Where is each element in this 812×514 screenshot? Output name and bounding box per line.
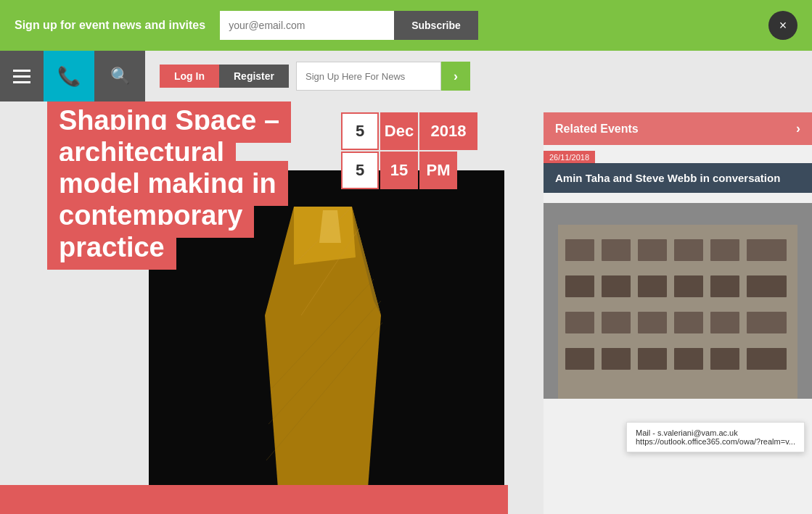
- time-period: PM: [419, 152, 457, 189]
- related-event-thumbnail: [544, 203, 812, 399]
- date-month: Dec: [380, 112, 418, 150]
- hamburger-line: [13, 70, 30, 72]
- auth-buttons: Log In Register: [160, 65, 289, 88]
- related-events-label: Related Events: [555, 123, 639, 136]
- header-nav: 📞 🔍 Log In Register ›: [0, 51, 812, 101]
- notification-bar: Sign up for event news and invites Subsc…: [0, 0, 812, 51]
- bottom-strip: [0, 485, 508, 514]
- time-hour: 5: [341, 152, 379, 189]
- svg-rect-12: [565, 239, 594, 261]
- svg-rect-15: [674, 239, 703, 261]
- svg-rect-30: [565, 348, 594, 370]
- related-event-title: Amin Taha and Steve Webb in conversation: [544, 163, 812, 193]
- date-year: 2018: [419, 112, 477, 150]
- svg-rect-16: [710, 239, 739, 261]
- related-events-header[interactable]: Related Events ›: [544, 112, 812, 145]
- svg-rect-23: [747, 275, 787, 297]
- svg-rect-25: [602, 312, 631, 333]
- svg-rect-28: [710, 312, 739, 333]
- svg-rect-14: [638, 239, 667, 261]
- svg-rect-18: [565, 275, 594, 297]
- close-button[interactable]: ×: [768, 11, 797, 40]
- date-day: 5: [341, 112, 379, 150]
- svg-rect-31: [602, 348, 631, 370]
- search-button[interactable]: 🔍: [94, 51, 145, 101]
- related-events-arrow: ›: [796, 121, 800, 136]
- svg-rect-27: [674, 312, 703, 333]
- news-arrow-button[interactable]: ›: [441, 62, 470, 91]
- svg-rect-26: [638, 312, 667, 333]
- news-signup-input[interactable]: [296, 62, 441, 91]
- svg-rect-17: [747, 239, 787, 261]
- phone-button[interactable]: 📞: [44, 51, 94, 101]
- building-thumbnail-svg: [544, 203, 812, 399]
- svg-rect-35: [747, 348, 787, 370]
- event-title: Shaping Space – architectural model maki…: [47, 98, 291, 270]
- svg-rect-22: [710, 275, 739, 297]
- register-button[interactable]: Register: [219, 65, 289, 88]
- search-icon: 🔍: [110, 67, 130, 86]
- date-row-top: 5 Dec 2018: [341, 112, 477, 150]
- svg-rect-24: [565, 312, 594, 333]
- event-title-wrapper: Shaping Space – architectural model maki…: [47, 105, 308, 263]
- svg-marker-9: [319, 210, 341, 243]
- date-row-bottom: 5 15 PM: [341, 152, 477, 189]
- related-event-date: 26/11/2018: [544, 151, 595, 164]
- svg-rect-32: [638, 348, 667, 370]
- tooltip-line1: Mail - s.valeriani@vam.ac.uk: [636, 428, 795, 437]
- tooltip-line2: https://outlook.office365.com/owa/?realm…: [636, 437, 795, 446]
- svg-rect-34: [710, 348, 739, 370]
- email-input[interactable]: [220, 11, 394, 40]
- svg-rect-20: [638, 275, 667, 297]
- right-panel: Related Events › 26/11/2018 Amin Taha an…: [544, 112, 812, 514]
- svg-rect-29: [747, 312, 787, 333]
- svg-rect-13: [602, 239, 631, 261]
- hamburger-line: [13, 75, 30, 78]
- hamburger-button[interactable]: [0, 51, 44, 101]
- time-minute: 15: [380, 152, 418, 189]
- svg-rect-19: [602, 275, 631, 297]
- hamburger-line: [13, 81, 30, 83]
- svg-rect-33: [674, 348, 703, 370]
- svg-rect-21: [674, 275, 703, 297]
- related-event-card[interactable]: 26/11/2018 Amin Taha and Steve Webb in c…: [544, 145, 812, 399]
- news-signup-area: ›: [296, 62, 470, 91]
- email-tooltip: Mail - s.valeriani@vam.ac.uk https://out…: [626, 422, 805, 452]
- date-badge: 5 Dec 2018 5 15 PM: [341, 112, 477, 189]
- signup-text: Sign up for event news and invites: [15, 19, 205, 32]
- subscribe-button[interactable]: Subscribe: [394, 11, 478, 40]
- login-button[interactable]: Log In: [160, 65, 219, 88]
- phone-icon: 📞: [57, 65, 81, 88]
